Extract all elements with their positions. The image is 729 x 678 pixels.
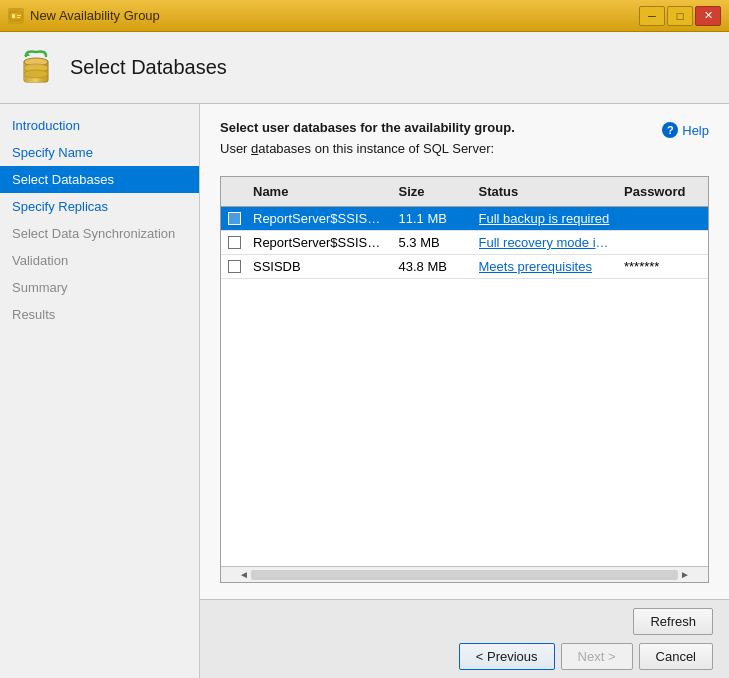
row-checkbox-3[interactable] — [228, 260, 241, 273]
row-status-3: Meets prerequisites — [473, 255, 619, 278]
svg-rect-2 — [17, 15, 21, 16]
col-status: Status — [473, 181, 619, 202]
row-status-1: Full backup is required — [473, 207, 619, 230]
scrollbar-track[interactable] — [251, 570, 678, 580]
app-icon — [8, 8, 24, 24]
refresh-button[interactable]: Refresh — [633, 608, 713, 635]
row-name-2: ReportServer$SSISSQLSER... — [247, 231, 393, 254]
sidebar-item-validation[interactable]: Validation — [0, 247, 199, 274]
row-checkbox-2[interactable] — [228, 236, 241, 249]
sidebar-item-introduction[interactable]: Introduction — [0, 112, 199, 139]
svg-rect-3 — [17, 17, 20, 18]
row-name-3: SSISDB — [247, 255, 393, 278]
status-link-1[interactable]: Full backup is required — [479, 211, 613, 226]
header-icon — [16, 48, 56, 88]
horizontal-scrollbar[interactable]: ◄ ► — [221, 566, 708, 582]
row-name-1: ReportServer$SSISSQLSER... — [247, 207, 393, 230]
row-password-1 — [618, 215, 708, 223]
sidebar: Introduction Specify Name Select Databas… — [0, 104, 200, 678]
close-button[interactable]: ✕ — [695, 6, 721, 26]
row-size-2: 5.3 MB — [393, 231, 473, 254]
row-checkbox-1[interactable] — [228, 212, 241, 225]
row-password-3: ******* — [618, 255, 708, 278]
minimize-button[interactable]: ─ — [639, 6, 665, 26]
sidebar-item-results[interactable]: Results — [0, 301, 199, 328]
sidebar-item-specify-name[interactable]: Specify Name — [0, 139, 199, 166]
page-title: Select Databases — [70, 56, 227, 79]
row-status-2: Full recovery mode is re... — [473, 231, 619, 254]
sidebar-item-specify-replicas[interactable]: Specify Replicas — [0, 193, 199, 220]
status-link-2[interactable]: Full recovery mode is re... — [479, 235, 613, 250]
table-header: Name Size Status Password — [221, 177, 708, 207]
row-size-3: 43.8 MB — [393, 255, 473, 278]
help-link[interactable]: ? Help — [662, 122, 709, 138]
scroll-left-arrow[interactable]: ◄ — [237, 569, 251, 580]
help-icon: ? — [662, 122, 678, 138]
sidebar-item-summary[interactable]: Summary — [0, 274, 199, 301]
status-link-3[interactable]: Meets prerequisites — [479, 259, 613, 274]
scroll-right-arrow[interactable]: ► — [678, 569, 692, 580]
restore-button[interactable]: □ — [667, 6, 693, 26]
cancel-button[interactable]: Cancel — [639, 643, 713, 670]
sidebar-item-select-data-sync[interactable]: Select Data Synchronization — [0, 220, 199, 247]
col-password: Password — [618, 181, 708, 202]
svg-point-9 — [24, 70, 48, 78]
row-size-1: 11.1 MB — [393, 207, 473, 230]
table-row[interactable]: ReportServer$SSISSQLSER... 11.1 MB Full … — [221, 207, 708, 231]
window-title: New Availability Group — [30, 8, 160, 23]
col-checkbox — [221, 181, 247, 202]
table-row[interactable]: ReportServer$SSISSQLSER... 5.3 MB Full r… — [221, 231, 708, 255]
table-row[interactable]: SSISDB 43.8 MB Meets prerequisites *****… — [221, 255, 708, 279]
next-button[interactable]: Next > — [561, 643, 633, 670]
title-bar: New Availability Group ─ □ ✕ — [0, 0, 729, 32]
sidebar-item-select-databases[interactable]: Select Databases — [0, 166, 199, 193]
previous-button[interactable]: < Previous — [459, 643, 555, 670]
section-description: Select user databases for the availabili… — [220, 120, 515, 135]
svg-rect-1 — [12, 14, 15, 18]
section-subtitle: User databases on this instance of SQL S… — [220, 141, 515, 156]
col-name: Name — [247, 181, 393, 202]
table-body: ReportServer$SSISSQLSER... 11.1 MB Full … — [221, 207, 708, 566]
row-password-2 — [618, 239, 708, 247]
col-size: Size — [393, 181, 473, 202]
